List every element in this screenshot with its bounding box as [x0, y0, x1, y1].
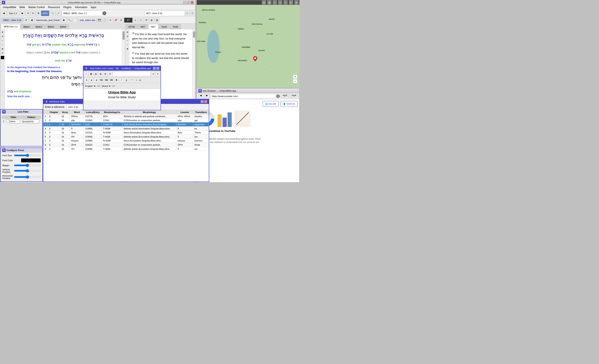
note-h1[interactable]: H1: [99, 78, 104, 83]
note-italic[interactable]: I: [119, 78, 124, 83]
ip-min-btn[interactable]: −: [201, 100, 204, 103]
note-sup[interactable]: T²: [129, 78, 134, 83]
back-btn[interactable]: ◀: [1, 11, 7, 16]
mini-clear-btn[interactable]: ×: [276, 94, 280, 98]
ref-btn[interactable]: Gen 1:1: [7, 11, 19, 16]
rside-icon-2[interactable]: ⊖: [126, 34, 129, 38]
scissors-icon[interactable]: ✂: [108, 18, 113, 23]
note-format-3[interactable]: ⊗: [94, 78, 99, 83]
ip-close-btn[interactable]: ×: [204, 100, 207, 103]
mini-back-btn[interactable]: ◀: [198, 94, 203, 99]
search2-btn[interactable]: 🔎: [56, 11, 62, 16]
note-tb-1[interactable]: □: [84, 72, 88, 76]
note-search-field[interactable]: [113, 72, 150, 76]
note-tb-4[interactable]: ▥: [98, 72, 103, 76]
note-sub[interactable]: T₂: [134, 78, 139, 83]
menu-apps[interactable]: Apps: [89, 5, 98, 9]
paste-icon[interactable]: 📋: [103, 18, 107, 23]
mini-url-input[interactable]: [211, 94, 275, 99]
map-display[interactable]: Zihron Ya'akov Netanya Nablus Jarash Bei…: [197, 5, 299, 87]
cp-vpos-slider[interactable]: [14, 169, 41, 172]
cbsc-ref[interactable]: CBSC:::John 3:16: [1, 18, 23, 23]
tab-tool4[interactable]: Tool4: [159, 24, 169, 29]
map-tool-4[interactable]: ↓: [278, 0, 282, 5]
next-btn[interactable]: ⊳: [31, 11, 35, 16]
clear-ref-btn[interactable]: ×: [103, 11, 106, 15]
note-lang-select[interactable]: English: [84, 84, 97, 88]
net-ref-input[interactable]: [145, 11, 185, 16]
grid-icon[interactable]: □: [138, 18, 143, 23]
close-btn[interactable]: ×: [191, 1, 194, 4]
right-scroll-thumb[interactable]: [193, 31, 195, 38]
mini-mp4-btn[interactable]: mp4: [290, 94, 298, 99]
menu-plugins[interactable]: Plugins: [62, 5, 73, 9]
lf-row1-checkbox[interactable]: [6, 119, 9, 122]
tab-bible3[interactable]: Bible3: [33, 24, 45, 29]
tab-bible5[interactable]: Bible5: [57, 24, 69, 29]
mpb-btn[interactable]: MPB: [41, 11, 49, 16]
menu-information[interactable]: Information: [73, 5, 89, 9]
cp-font-color-swatch[interactable]: [21, 158, 41, 162]
map-tool-7[interactable]: ⊲: [294, 0, 299, 5]
tab-bible4[interactable]: Bible4: [45, 24, 57, 29]
win-btn2[interactable]: ◁: [190, 11, 194, 16]
note-bold[interactable]: B: [114, 78, 119, 83]
note-min-btn[interactable]: −: [153, 67, 156, 70]
rside-icon-3[interactable]: ↔: [126, 38, 129, 42]
note-format-2[interactable]: ⊕: [89, 78, 94, 83]
note-auto-select[interactable]: [Auto]: [101, 84, 112, 88]
mini-forward-btn[interactable]: ▶: [204, 94, 210, 99]
map-tool-6[interactable]: ⊳: [289, 0, 293, 5]
tab-tool5[interactable]: Tool5: [170, 24, 181, 29]
tab-bible2[interactable]: Bible2: [21, 24, 33, 29]
save-icon[interactable]: 💾: [97, 18, 102, 23]
note-tb-6[interactable]: ⊡: [108, 72, 112, 76]
yt-en-gb-btn[interactable]: 🌐 EN-GB: [263, 101, 279, 107]
note-format-1[interactable]: A: [84, 78, 89, 83]
note-tb-7[interactable]: ⊲: [151, 72, 155, 76]
tab-epub[interactable]: EPUB: [126, 24, 138, 29]
menu-resources[interactable]: Resources: [46, 5, 62, 9]
note-tb-2[interactable]: ▦: [88, 72, 93, 76]
tab-net2[interactable]: NET: [148, 24, 158, 29]
tab-net1[interactable]: NET: [138, 24, 148, 29]
side-icon-5[interactable]: ◈: [1, 47, 4, 51]
side-icon-3[interactable]: ↔: [1, 38, 4, 42]
note-more[interactable]: ≫: [139, 79, 141, 81]
cp-hpos-slider[interactable]: [14, 175, 41, 179]
plus-circle-icon[interactable]: ⊕: [149, 18, 154, 23]
win-btn1[interactable]: □: [185, 11, 189, 16]
side-icon-1[interactable]: ⊕: [1, 30, 4, 34]
yt-sign-in-btn[interactable]: 👤 SIGN IN: [280, 101, 298, 107]
forward2-btn[interactable]: ▶: [61, 17, 67, 23]
rside-icon-5[interactable]: ◈: [126, 47, 129, 51]
map-zoom-out[interactable]: −: [293, 79, 297, 83]
search-btn[interactable]: 🔍: [50, 11, 55, 16]
menu-uniquebible[interactable]: UniqueBible: [1, 5, 18, 9]
search3-btn[interactable]: 🔍: [67, 18, 72, 23]
side-icon-6[interactable]: α: [1, 51, 4, 55]
tab-mpb-gen[interactable]: MPB-Gen 1:1: [1, 24, 20, 29]
back2-btn[interactable]: ◀: [29, 17, 34, 23]
note-underline[interactable]: U: [124, 78, 129, 83]
side-icon-4[interactable]: ↕: [1, 42, 4, 46]
note-tb-5[interactable]: ⊞: [103, 72, 107, 76]
rside-icon-4[interactable]: ↕: [126, 42, 129, 46]
map-tool-5[interactable]: ⋯: [283, 0, 288, 5]
maximize-btn[interactable]: □: [187, 1, 190, 4]
minimize-btn[interactable]: −: [183, 1, 186, 4]
sync-icon[interactable]: ↺: [144, 18, 149, 23]
prev-btn[interactable]: ⊲: [26, 11, 30, 16]
cp-margin-slider[interactable]: [14, 164, 41, 167]
menu-bible[interactable]: Bible: [18, 5, 27, 9]
font-icon[interactable]: A: [119, 18, 124, 23]
ref-input[interactable]: [62, 11, 102, 16]
x-btn[interactable]: ⊗: [36, 11, 41, 16]
note-tb-3[interactable]: ▤: [93, 72, 98, 76]
mini-mp3-btn[interactable]: mp3: [281, 94, 289, 99]
side-icon-2[interactable]: ⊖: [1, 34, 4, 38]
map-tool-3[interactable]: ↓: [273, 0, 277, 5]
refresh-btn[interactable]: ↺: [24, 18, 28, 23]
expand-icon[interactable]: ⊞: [155, 18, 159, 23]
rside-icon-1[interactable]: ⊕: [126, 30, 129, 34]
